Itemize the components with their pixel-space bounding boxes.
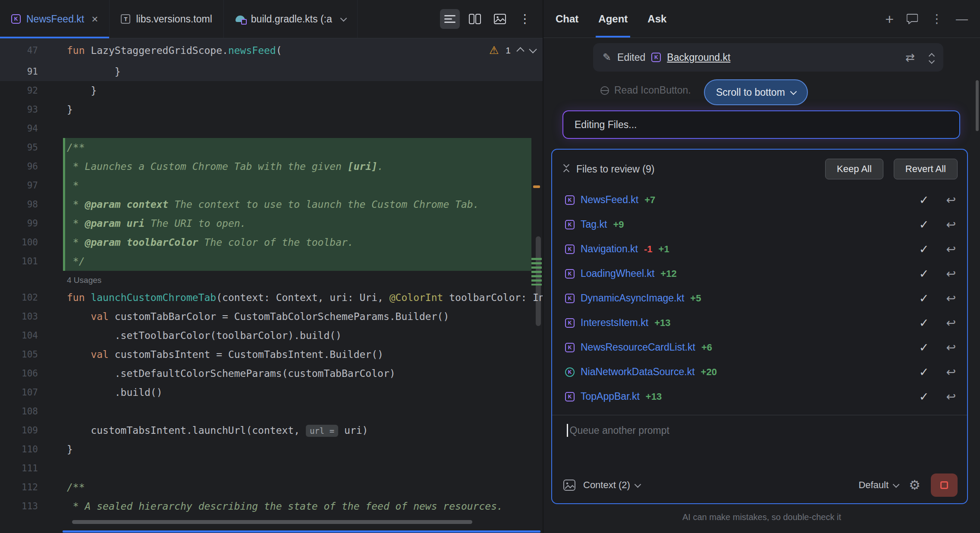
new-chat-icon[interactable]: + [885, 12, 894, 26]
accept-file-icon[interactable]: ✓ [919, 193, 929, 207]
accept-file-icon[interactable]: ✓ [919, 390, 929, 404]
line-number[interactable]: 103 [0, 311, 38, 322]
file-review-row[interactable]: KInterestsItem.kt+13✓↩ [565, 310, 956, 335]
file-review-row[interactable]: KDynamicAsyncImage.kt+5✓↩ [565, 286, 956, 310]
next-problem-icon[interactable] [529, 45, 537, 53]
file-review-row[interactable]: KNavigation.kt-1+1✓↩ [565, 237, 956, 261]
horizontal-scrollbar[interactable] [72, 520, 472, 524]
revert-all-button[interactable]: Revert All [894, 159, 958, 179]
keep-all-button[interactable]: Keep All [825, 159, 883, 179]
line-number[interactable]: 111 [0, 463, 38, 473]
code-text[interactable]: customTabsIntent.launchUrl(context, url … [38, 425, 368, 436]
expand-collapse-icon[interactable] [930, 52, 934, 63]
revert-file-icon[interactable]: ↩ [946, 365, 956, 379]
file-review-row[interactable]: KTopAppBar.kt+13✓↩ [565, 384, 956, 409]
line-number[interactable]: 101 [0, 256, 38, 266]
hide-panel-icon[interactable]: — [956, 13, 968, 25]
line-number[interactable]: 99 [0, 218, 38, 229]
warning-icon[interactable]: ⚠ [489, 45, 499, 56]
code-text[interactable]: /** [38, 142, 85, 153]
line-number[interactable]: 104 [0, 330, 38, 341]
code-text[interactable]: } [38, 66, 121, 77]
code-text[interactable]: /** [38, 482, 85, 493]
line-number[interactable]: 92 [0, 85, 38, 96]
code-text[interactable]: * @param toolbarColor The color of the t… [38, 237, 354, 248]
code-text[interactable]: } [38, 444, 73, 455]
tab-newsfeed-kt[interactable]: K NewsFeed.kt × [0, 0, 110, 38]
chat-scrollbar[interactable] [976, 80, 979, 131]
accept-file-icon[interactable]: ✓ [919, 242, 929, 256]
tab-ask[interactable]: Ask [647, 0, 666, 38]
line-number[interactable]: 110 [0, 444, 38, 455]
preview-image-icon[interactable] [490, 9, 510, 29]
revert-file-icon[interactable]: ↩ [946, 193, 956, 207]
close-tab-icon[interactable]: × [91, 13, 98, 25]
revert-file-icon[interactable]: ↩ [946, 316, 956, 330]
accept-file-icon[interactable]: ✓ [919, 316, 929, 330]
mode-selector[interactable]: Default [858, 480, 898, 491]
file-link[interactable]: NewsResourceCardList.kt [581, 342, 695, 353]
tab-build-gradle-kts[interactable]: build.gradle.kts (:a [224, 0, 358, 38]
file-link[interactable]: Tag.kt [581, 219, 607, 230]
line-number[interactable]: 105 [0, 349, 38, 360]
tab-chat[interactable]: Chat [556, 0, 578, 38]
code-text[interactable]: */ [38, 256, 85, 267]
split-editor-icon[interactable] [465, 9, 485, 29]
line-number[interactable]: 108 [0, 406, 38, 417]
line-number[interactable]: 47 [0, 45, 38, 56]
code-text[interactable]: .build() [38, 387, 163, 398]
accept-file-icon[interactable]: ✓ [919, 341, 929, 354]
prev-problem-icon[interactable] [516, 47, 524, 55]
file-review-row[interactable]: KNewsResourceCardList.kt+6✓↩ [565, 335, 956, 360]
settings-gear-icon[interactable]: ⚙ [909, 479, 920, 492]
accept-file-icon[interactable]: ✓ [919, 292, 929, 305]
line-number[interactable]: 91 [0, 66, 38, 77]
editor-options-kebab-icon[interactable]: ⋮ [515, 9, 535, 29]
code-text[interactable]: * [38, 180, 79, 191]
line-number[interactable]: 109 [0, 425, 38, 436]
highlight-lines-icon[interactable] [440, 9, 460, 29]
file-review-row[interactable]: KNewsFeed.kt+7✓↩ [565, 188, 956, 212]
line-number[interactable]: 107 [0, 387, 38, 398]
line-number[interactable]: 96 [0, 161, 38, 172]
line-number[interactable]: 98 [0, 199, 38, 210]
code-text[interactable]: .setDefaultColorSchemeParams(customTabBa… [38, 368, 396, 379]
revert-file-icon[interactable]: ↩ [946, 341, 956, 354]
code-text[interactable]: 4 Usages [38, 274, 101, 285]
chat-history-icon[interactable] [907, 14, 918, 24]
file-link[interactable]: InterestsItem.kt [581, 317, 648, 329]
line-number[interactable]: 113 [0, 501, 38, 511]
revert-file-icon[interactable]: ↩ [946, 390, 956, 404]
file-review-row[interactable]: KTag.kt+9✓↩ [565, 212, 956, 237]
edited-file-row[interactable]: ✎ Edited K Background.kt ⇄ [593, 43, 943, 72]
line-number[interactable]: 100 [0, 237, 38, 248]
file-link[interactable]: NewsFeed.kt [581, 194, 638, 206]
line-number[interactable]: 106 [0, 368, 38, 379]
prompt-input[interactable]: Queue another prompt [552, 415, 967, 437]
file-link[interactable]: NiaNetworkDataSource.kt [581, 366, 695, 378]
revert-file-icon[interactable]: ↩ [946, 218, 956, 232]
diff-icon[interactable]: ⇄ [905, 51, 915, 64]
chat-options-kebab-icon[interactable]: ⋮ [931, 13, 943, 25]
revert-file-icon[interactable]: ↩ [946, 267, 956, 281]
accept-file-icon[interactable]: ✓ [919, 267, 929, 281]
file-link[interactable]: LoadingWheel.kt [581, 268, 654, 279]
file-link[interactable]: Navigation.kt [581, 243, 638, 255]
file-review-row[interactable]: KNiaNetworkDataSource.kt+20✓↩ [565, 360, 956, 384]
edited-file-link[interactable]: Background.kt [667, 52, 730, 63]
revert-file-icon[interactable]: ↩ [946, 242, 956, 256]
tab-agent[interactable]: Agent [598, 0, 628, 38]
code-text[interactable]: * Launches a Custom Chrome Tab with the … [38, 161, 383, 172]
usages-hint[interactable]: 4 Usages [67, 276, 101, 285]
revert-file-icon[interactable]: ↩ [946, 292, 956, 305]
file-link[interactable]: DynamicAsyncImage.kt [581, 292, 684, 304]
line-number[interactable]: 102 [0, 292, 38, 303]
code-text[interactable]: * @param context The context to use to l… [38, 199, 479, 210]
code-text[interactable]: fun launchCustomChromeTab(context: Conte… [38, 292, 543, 303]
code-text[interactable]: } [38, 85, 97, 96]
stop-button[interactable] [931, 473, 958, 497]
accept-file-icon[interactable]: ✓ [919, 218, 929, 232]
code-text[interactable]: } [38, 104, 73, 115]
code-text[interactable]: val customTabBarColor = CustomTabColorSc… [38, 311, 449, 322]
line-number[interactable]: 112 [0, 482, 38, 492]
